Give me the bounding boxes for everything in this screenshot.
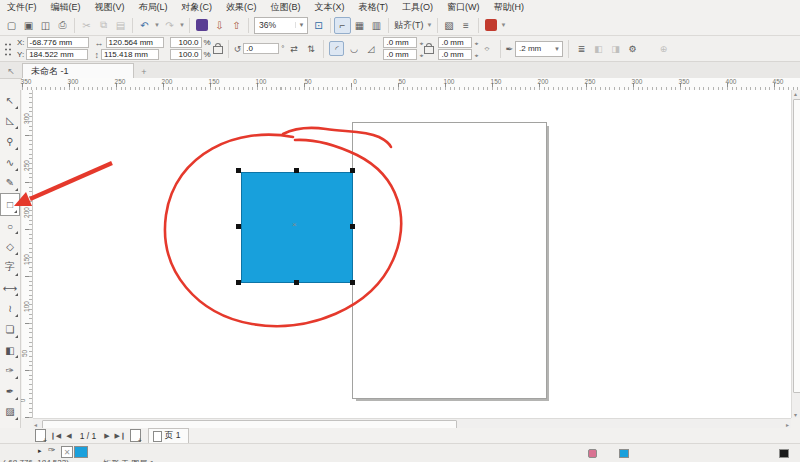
previous-page-button[interactable]: ◀ (65, 432, 72, 440)
x-position-field[interactable]: -68.776 mm (27, 37, 89, 48)
drawing-canvas[interactable]: × (33, 90, 791, 418)
y-position-field[interactable]: 184.522 mm (26, 49, 88, 60)
ellipse-tool[interactable]: ○ (0, 216, 20, 237)
to-back-button[interactable]: ◨ (608, 41, 623, 56)
redo-button[interactable]: ↷ (161, 17, 178, 34)
corner-radius-field-4[interactable]: .0 mm (438, 49, 472, 60)
lock-ratio-toggle[interactable] (213, 46, 223, 54)
vertical-ruler[interactable]: 300250200150100500 (22, 90, 33, 418)
no-fill-swatch[interactable]: ✕ (61, 446, 73, 458)
selection-handle-middle-left[interactable] (236, 224, 241, 229)
outline-width-combobox[interactable]: .2 mm ▼ (515, 41, 563, 57)
selection-handle-top-middle[interactable] (294, 168, 299, 173)
show-grid-toggle[interactable]: ▦ (351, 17, 368, 34)
scroll-down-icon[interactable]: ▾ (794, 411, 797, 418)
document-palette-blue-swatch[interactable] (74, 446, 88, 458)
menu-item-file[interactable]: 文件(F) (0, 0, 44, 15)
snap-to-dropdown[interactable]: 贴齐(T)▼ (392, 17, 434, 34)
menu-item-view[interactable]: 视图(V) (88, 0, 132, 15)
open-button[interactable]: ▣ (20, 17, 37, 34)
copy-button[interactable]: ⧉ (95, 17, 112, 34)
scroll-up-icon[interactable]: ▴ (794, 90, 797, 97)
show-rulers-toggle[interactable]: ⌐ (334, 17, 351, 34)
undo-button[interactable]: ↶ (136, 17, 153, 34)
new-document-tab-button[interactable]: + (136, 65, 152, 78)
selection-handle-top-left[interactable] (236, 168, 241, 173)
menu-item-edit[interactable]: 编辑(E) (44, 0, 88, 15)
object-width-field[interactable]: 120.564 mm (106, 37, 164, 48)
selection-center-marker[interactable]: × (292, 220, 297, 229)
print-button[interactable]: ⎙ (54, 17, 71, 34)
eyedropper-icon[interactable]: ✑ (48, 445, 56, 455)
to-front-button[interactable]: ◧ (591, 41, 606, 56)
horizontal-scrollbar[interactable]: ◂ ▸ (33, 418, 791, 428)
welcome-screen-dropdown-arrow[interactable]: ▼ (500, 17, 508, 34)
selection-handle-middle-right[interactable] (350, 224, 355, 229)
undo-dropdown-arrow[interactable]: ▼ (153, 17, 161, 34)
export-button[interactable]: ⇧ (228, 17, 245, 34)
mirror-vertical-button[interactable]: ⇅ (303, 41, 318, 56)
menu-item-table[interactable]: 表格(T) (352, 0, 396, 15)
corner-radius-field-3[interactable]: .0 mm (383, 49, 417, 60)
scale-horizontal-field[interactable]: 100.0 (170, 37, 202, 48)
selection-handle-bottom-right[interactable] (350, 280, 355, 285)
paste-button[interactable]: ▤ (112, 17, 129, 34)
scroll-right-icon[interactable]: ▸ (786, 421, 789, 428)
align-list-button[interactable]: ≡ (458, 17, 475, 34)
spinner[interactable]: ◂▸ (474, 40, 477, 46)
transparency-tool[interactable]: ◧ (0, 340, 20, 361)
add-page-button-2[interactable] (130, 429, 141, 442)
menu-item-help[interactable]: 帮助(H) (487, 0, 532, 15)
selection-handle-bottom-middle[interactable] (294, 280, 299, 285)
first-page-button[interactable]: ❙◀ (49, 432, 62, 440)
rotation-angle-field[interactable]: .0 (243, 43, 279, 54)
mirror-horizontal-button[interactable]: ⇄ (286, 41, 301, 56)
show-guidelines-toggle[interactable]: ▥ (368, 17, 385, 34)
options-button[interactable]: ▧ (441, 17, 458, 34)
spinner[interactable]: ◂▸ (474, 52, 477, 58)
chamfered-corner-button[interactable]: ◿ (363, 41, 378, 56)
new-button[interactable]: ▢ (3, 17, 20, 34)
spinner[interactable]: ◂▸ (419, 40, 422, 46)
corner-radius-field-2[interactable]: .0 mm (438, 37, 472, 48)
polygon-tool[interactable]: ◇ (0, 236, 20, 257)
import-button[interactable]: ⇩ (211, 17, 228, 34)
menu-item-tools[interactable]: 工具(O) (395, 0, 440, 15)
page-tab-1[interactable]: 页 1 (148, 428, 190, 443)
vertical-scrollbar[interactable]: ▴ ▾ (791, 90, 800, 418)
edit-corners-together-toggle[interactable] (424, 46, 434, 54)
fill-color-swatch[interactable] (619, 449, 629, 458)
cut-button[interactable]: ✂ (78, 17, 95, 34)
drop-shadow-tool[interactable]: ❏ (0, 319, 20, 340)
spinner[interactable]: ◂▸ (419, 52, 422, 58)
menu-item-layout[interactable]: 布局(L) (132, 0, 175, 15)
fill-tool[interactable]: ▨ (0, 402, 20, 423)
menu-item-effects[interactable]: 效果(C) (219, 0, 264, 15)
zoom-level-combobox[interactable]: 36%▼ (254, 17, 308, 34)
pick-tool[interactable]: ↖ (0, 90, 20, 111)
shape-tool[interactable]: ◺ (0, 111, 20, 132)
last-page-button[interactable]: ▶❙ (114, 432, 127, 440)
connector-tool[interactable]: ≀ (0, 298, 20, 319)
palette-icon[interactable] (588, 449, 597, 458)
object-height-field[interactable]: 115.418 mm (101, 49, 159, 60)
outline-pen-tool[interactable]: ✒ (0, 381, 20, 402)
fullscreen-preview-button[interactable]: ⊡ (310, 17, 327, 34)
wrap-text-button[interactable]: ≣ (574, 41, 589, 56)
settings-gear-icon[interactable]: ⚙ (625, 41, 640, 56)
menu-item-bitmaps[interactable]: 位图(B) (264, 0, 308, 15)
selection-handle-bottom-left[interactable] (236, 280, 241, 285)
welcome-screen-dropdown[interactable] (485, 19, 497, 31)
outline-color-swatch[interactable] (779, 449, 789, 458)
dimension-tool[interactable]: ⟷ (0, 278, 20, 299)
document-tab-untitled[interactable]: 未命名 -1 (22, 63, 134, 78)
corner-radius-field-1[interactable]: .0 mm (383, 37, 417, 48)
app-launcher-button[interactable] (196, 19, 208, 31)
scale-vertical-field[interactable]: 100.0 (170, 49, 202, 60)
round-corner-button[interactable]: ◜ (329, 41, 344, 56)
text-tool[interactable]: 字 (0, 257, 20, 278)
menu-item-window[interactable]: 窗口(W) (440, 0, 487, 15)
redo-dropdown-arrow[interactable]: ▼ (178, 17, 186, 34)
vertical-scrollbar-thumb[interactable] (793, 99, 800, 393)
relative-corner-scaling-toggle[interactable]: ⌔ (480, 41, 495, 56)
